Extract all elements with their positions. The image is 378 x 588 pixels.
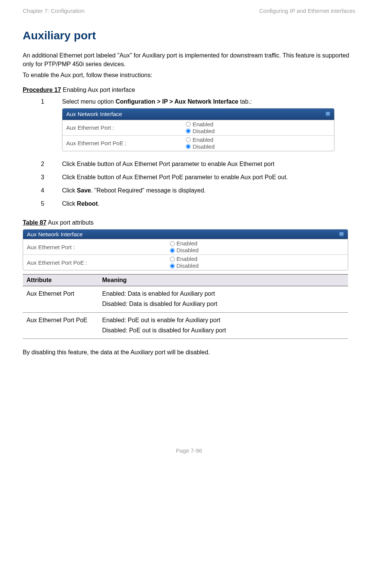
- step-number: 1: [41, 97, 62, 155]
- table-row: Aux Ethernet Port PoE Enabled: PoE out i…: [23, 312, 348, 338]
- panel-row-label: Aux Ethernet Port PoE :: [62, 136, 182, 151]
- step-number: 4: [41, 186, 62, 195]
- col-header-meaning: Meaning: [98, 275, 348, 286]
- radio-disabled-label: Disabled: [177, 262, 199, 269]
- radio-disabled[interactable]: [170, 264, 175, 268]
- panel-row-label: Aux Ethernet Port :: [62, 120, 182, 135]
- radio-disabled-label: Disabled: [177, 247, 199, 254]
- procedure-steps: 1 Select menu option Configuration > IP …: [23, 97, 355, 208]
- step-text-pre: Select menu option: [62, 98, 115, 105]
- panel-row-value: Enabled Disabled: [166, 239, 348, 254]
- meaning-enabled: Enabled: PoE out is enable for Auxiliary…: [102, 315, 344, 325]
- step-number: 2: [41, 160, 62, 168]
- step-text-post: . "Reboot Required" message is displayed…: [91, 187, 205, 194]
- meaning-enabled: Enabled: Data is enabled for Auxiliary p…: [102, 289, 344, 299]
- radio-enabled[interactable]: [170, 241, 175, 246]
- closing-paragraph: By disabling this feature, the data at t…: [23, 348, 355, 357]
- radio-enabled-label: Enabled: [193, 121, 213, 128]
- radio-enabled-label: Enabled: [193, 137, 213, 143]
- table-title: Aux port attributs: [47, 219, 94, 226]
- step-content: Click Enable button of Aux Ethernet Port…: [62, 160, 355, 168]
- col-header-attribute: Attribute: [23, 275, 98, 286]
- section-title: Auxiliary port: [23, 29, 355, 42]
- radio-enabled[interactable]: [186, 122, 191, 127]
- panel-title: Aux Network Interface: [27, 231, 83, 237]
- attr-meaning: Enabled: Data is enabled for Auxiliary p…: [98, 286, 348, 312]
- step-number: 3: [41, 173, 62, 182]
- step-content: Select menu option Configuration > IP > …: [62, 97, 355, 155]
- step-content: Click Reboot.: [62, 199, 355, 208]
- aux-network-panel-small: Aux Network Interface Aux Ethernet Port …: [62, 108, 334, 151]
- panel-title: Aux Network Interface: [66, 110, 122, 118]
- attribute-table: Attribute Meaning Aux Ethernet Port Enab…: [23, 274, 348, 339]
- procedure-title: Enabling Aux port interface: [61, 87, 135, 93]
- step-text-post: .: [98, 200, 99, 207]
- radio-disabled-label: Disabled: [193, 128, 215, 135]
- procedure-number: Procedure 17: [23, 87, 61, 93]
- page-footer: Page 7-96: [23, 447, 355, 454]
- attr-name: Aux Ethernet Port PoE: [23, 312, 98, 338]
- panel-row-value: Enabled Disabled: [166, 255, 348, 270]
- radio-enabled[interactable]: [186, 137, 191, 142]
- collapse-icon[interactable]: [339, 232, 344, 237]
- intro-paragraph-2: To enable the Aux port, follow these ins…: [23, 71, 355, 79]
- radio-enabled-label: Enabled: [177, 256, 198, 262]
- step-number: 5: [41, 199, 62, 208]
- step-text-bold: Save: [77, 187, 91, 194]
- page-header: Chapter 7: Configuration Configuring IP …: [23, 8, 355, 14]
- intro-paragraph-1: An additional Ethernet port labeled "Aux…: [23, 51, 355, 68]
- table-row: Aux Ethernet Port Enabled: Data is enabl…: [23, 286, 348, 312]
- step-content: Click Save. "Reboot Required" message is…: [62, 186, 355, 195]
- step-text-pre: Click: [62, 187, 77, 194]
- step-text-bold: Configuration > IP > Aux Network Interfa…: [115, 98, 238, 105]
- table-caption: Table 87 Aux port attributs: [23, 219, 355, 226]
- step-4: 4 Click Save. "Reboot Required" message …: [41, 186, 355, 195]
- panel-row: Aux Ethernet Port : Enabled Disabled: [23, 239, 348, 254]
- meaning-disabled: Disabled: PoE out is disabled for Auxili…: [102, 325, 344, 335]
- panel-row-label: Aux Ethernet Port :: [23, 239, 166, 254]
- collapse-icon[interactable]: [325, 112, 330, 116]
- procedure-label: Procedure 17 Enabling Aux port interface: [23, 87, 355, 93]
- header-left: Chapter 7: Configuration: [23, 8, 84, 14]
- step-text-bold: Reboot: [77, 200, 98, 207]
- attr-meaning: Enabled: PoE out is enable for Auxiliary…: [98, 312, 348, 338]
- step-text-post: tab.:: [238, 98, 252, 105]
- radio-disabled[interactable]: [186, 144, 191, 149]
- step-1: 1 Select menu option Configuration > IP …: [41, 97, 355, 155]
- radio-disabled[interactable]: [186, 129, 191, 133]
- step-3: 3 Click Enable button of Aux Ethernet Po…: [41, 173, 355, 182]
- radio-enabled-label: Enabled: [177, 240, 198, 247]
- panel-row-label: Aux Ethernet Port PoE :: [23, 255, 166, 270]
- meaning-disabled: Disabled: Data is disabled for Auxiliary…: [102, 299, 344, 309]
- header-right: Configuring IP and Ethernet interfaces: [259, 8, 355, 14]
- panel-row: Aux Ethernet Port PoE : Enabled Disabled: [62, 135, 334, 151]
- panel-row: Aux Ethernet Port PoE : Enabled Disabled: [23, 254, 348, 270]
- table-header-row: Attribute Meaning: [23, 275, 348, 286]
- attr-name: Aux Ethernet Port: [23, 286, 98, 312]
- panel-header: Aux Network Interface: [23, 230, 348, 239]
- radio-enabled[interactable]: [170, 257, 175, 262]
- step-2: 2 Click Enable button of Aux Ethernet Po…: [41, 160, 355, 168]
- panel-row: Aux Ethernet Port : Enabled Disabled: [62, 120, 334, 135]
- step-text-pre: Click: [62, 200, 77, 207]
- table-number: Table 87: [23, 219, 47, 226]
- radio-disabled[interactable]: [170, 248, 175, 253]
- step-5: 5 Click Reboot.: [41, 199, 355, 208]
- step-content: Click Enable button of Aux Ethernet Port…: [62, 173, 355, 182]
- panel-row-value: Enabled Disabled: [182, 120, 334, 135]
- aux-network-panel-large: Aux Network Interface Aux Ethernet Port …: [23, 229, 348, 270]
- panel-row-value: Enabled Disabled: [182, 136, 334, 151]
- radio-disabled-label: Disabled: [193, 143, 215, 150]
- panel-header: Aux Network Interface: [62, 109, 334, 120]
